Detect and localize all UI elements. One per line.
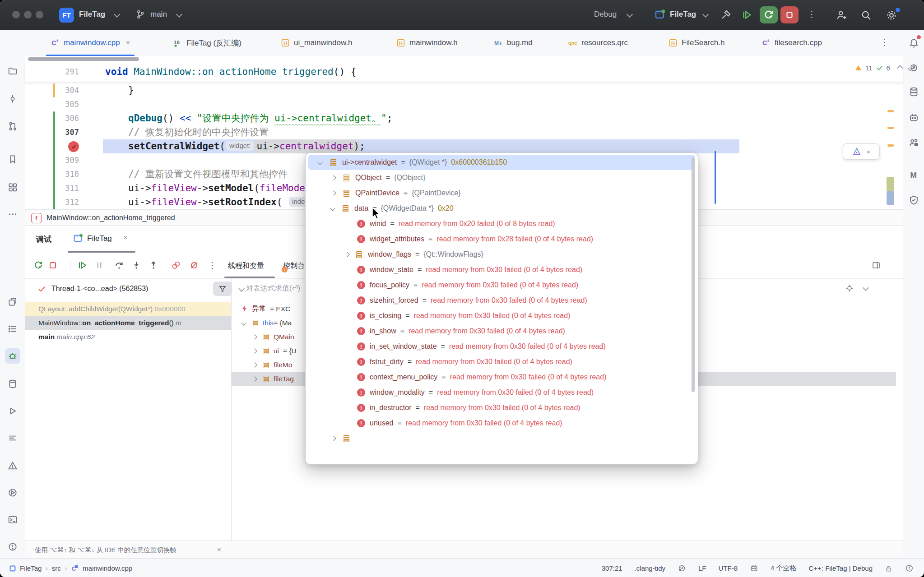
encoding[interactable]: UTF-8 [719, 564, 738, 572]
popup-row-winid[interactable]: !winid=read memory from 0x20 failed (0 o… [306, 216, 698, 231]
line-number[interactable]: 309 [52, 153, 79, 167]
sidebar-item-run[interactable] [5, 403, 20, 419]
sidebar-item-profiler[interactable] [5, 485, 20, 500]
popup-row-sizehint-forced[interactable]: !sizehint_forced=read memory from 0x30 f… [306, 293, 698, 308]
filter-funnel-button[interactable] [213, 282, 232, 296]
chevron-right-icon[interactable] [252, 376, 257, 381]
variable-row-filemodel[interactable]: fileMo [253, 358, 296, 372]
line-number[interactable]: 310 [52, 167, 79, 181]
sidebar-item-terminal[interactable] [5, 512, 20, 527]
mute-breakpoints-icon[interactable] [186, 257, 203, 274]
tab-bug-md[interactable]: M bug.md [494, 30, 533, 56]
tab-filetag-disassembly[interactable]: 10 FileTag (反汇编) [173, 30, 241, 56]
statusbar-project[interactable]: FileTag [20, 564, 42, 572]
sidebar-item-structure[interactable] [5, 180, 20, 195]
layout-settings-icon[interactable] [868, 257, 885, 274]
debugger-evaluate-popup[interactable]: ui->centralwidget={QWidget *}0x60000361b… [305, 152, 698, 465]
sidebar-item-event-log[interactable] [5, 539, 20, 554]
popup-row-qpaintdevice[interactable]: QPaintDevice={QPaintDevice} [306, 185, 698, 201]
close-icon[interactable]: × [867, 148, 871, 156]
breakpoint-icon[interactable] [68, 141, 79, 152]
window-minimize-button[interactable] [24, 11, 32, 18]
popup-row-focus-policy[interactable]: !focus_policy=read memory from 0x30 fail… [306, 277, 698, 293]
chevron-right-icon[interactable] [252, 362, 257, 367]
step-over-icon[interactable] [111, 257, 128, 274]
highlighting-level-icon[interactable] [678, 564, 686, 572]
step-into-icon[interactable] [128, 257, 145, 274]
popup-row-data[interactable]: data={QWidgetData *}0x20 [306, 201, 698, 216]
line-number[interactable]: 311 [52, 181, 79, 195]
markdown-tool-icon[interactable]: M [906, 167, 921, 183]
frames-variables-splitter[interactable] [231, 278, 232, 541]
sort-crosshair-icon[interactable] [845, 284, 854, 293]
popup-row-window-modality[interactable]: !window_modality=read memory from 0x30 f… [306, 385, 698, 400]
stop-icon[interactable] [44, 257, 61, 274]
resume-icon[interactable] [74, 257, 91, 274]
stripe-warning-mark[interactable] [887, 144, 894, 147]
popup-row-window-flags[interactable]: window_flags={Qt::WindowFlags} [306, 247, 698, 262]
sidebar-item-layers[interactable] [5, 294, 20, 309]
popup-row-partial[interactable] [306, 431, 698, 446]
line-number[interactable]: 306 [52, 111, 79, 125]
error-info-icon[interactable] [905, 564, 914, 572]
chevron-right-icon[interactable] [252, 334, 257, 339]
pause-icon[interactable] [91, 257, 108, 274]
sidebar-item-build[interactable] [5, 430, 20, 446]
resume-program-icon[interactable] [741, 9, 752, 20]
line-number[interactable]: 305 [52, 97, 79, 111]
chevron-right-icon[interactable] [331, 436, 336, 441]
lint-config[interactable]: .clang-tidy [635, 564, 665, 572]
stack-frame-selected[interactable]: MainWindow::on_actionHome_triggered() m [25, 316, 231, 330]
indent-setting[interactable]: 4 个空格 [771, 564, 797, 572]
popup-row-is-closing[interactable]: !is_closing=read memory from 0x30 failed… [306, 308, 698, 323]
branch-menu[interactable]: main [150, 10, 167, 19]
debug-session-tab[interactable]: FileTag [87, 234, 112, 243]
popup-row-qobject[interactable]: QObject={QObject} [306, 170, 698, 185]
caret-position[interactable]: 307:21 [602, 564, 622, 572]
chevron-down-icon[interactable] [330, 206, 335, 211]
variable-row-exception[interactable]: 异常 = EXC [241, 302, 290, 316]
tab-console[interactable]: ↓ 控制台 [283, 253, 305, 278]
editor-scroll-pill[interactable] [28, 57, 139, 61]
sidebar-item-bookmarks[interactable] [5, 152, 20, 167]
popup-row-fstrut-dirty[interactable]: !fstrut_dirty=read memory from 0x30 fail… [306, 354, 698, 369]
evaluate-expression-input[interactable]: 对表达式求值(⏎) [246, 284, 300, 293]
chevron-right-icon[interactable] [331, 190, 336, 195]
stack-frame-main[interactable]: main main.cpp:62 [25, 330, 231, 344]
thread-selector-row[interactable]: Thread-1-<co...ead> (562853) [25, 278, 231, 299]
popup-row-widget-attributes[interactable]: !widget_attributes=read memory from 0x28… [306, 231, 698, 247]
line-ending[interactable]: LF [698, 564, 706, 572]
chevron-down-icon[interactable] [863, 285, 869, 291]
chevron-down-icon[interactable] [317, 160, 322, 165]
run-config-selector[interactable]: FileTag [670, 10, 696, 19]
build-hammer-icon[interactable] [720, 9, 731, 20]
popup-row-centralwidget[interactable]: ui->centralwidget={QWidget *}0x60000361b… [308, 155, 695, 170]
variable-row-qmainwindow[interactable]: QMain [253, 330, 298, 344]
chevron-right-icon[interactable] [331, 175, 336, 180]
notifications-bell-icon[interactable] [906, 35, 921, 51]
tab-ui-mainwindow-h[interactable]: H ui_mainwindow.h [281, 30, 352, 56]
variable-row-this[interactable]: this = {Ma [242, 316, 292, 330]
sidebar-item-pull-requests[interactable] [5, 119, 20, 134]
tab-mainwindow-h[interactable]: H mainwindow.h [396, 30, 458, 56]
more-kebab-icon[interactable]: ⋮ [204, 257, 221, 274]
database-icon[interactable] [906, 84, 921, 99]
popup-row-in-show[interactable]: !in_show=read memory from 0x30 failed (0… [306, 323, 698, 339]
chevron-right-icon[interactable] [252, 348, 257, 353]
tab-threads-variables[interactable]: 线程和变量 [228, 253, 264, 278]
tab-mainwindow-cpp[interactable]: C+ mainwindow.cpp × [51, 30, 130, 56]
project-menu[interactable]: FileTag [79, 10, 105, 19]
sidebar-item-problems[interactable] [5, 458, 20, 473]
ai-inline-toolbar[interactable]: × [843, 143, 880, 160]
chevron-right-icon[interactable] [344, 252, 349, 257]
tab-resources-qrc[interactable]: QRC resources.qrc [568, 30, 628, 56]
rerun-debug-button[interactable] [760, 6, 778, 23]
sidebar-item-commit[interactable] [5, 91, 20, 106]
ai-robot-icon[interactable] [750, 564, 758, 572]
popup-row-window-state[interactable]: !window_state=read memory from 0x30 fail… [306, 262, 698, 277]
tab-filesearch-cpp[interactable]: C+ filesearch.cpp [761, 30, 822, 56]
more-actions-kebab-icon[interactable]: ⋮ [808, 9, 816, 19]
sidebar-item-more[interactable] [5, 207, 20, 222]
sidebar-item-todo-list[interactable] [5, 321, 20, 337]
stack-frame-library[interactable]: QLayout::addChildWidget(QWidget*) 0x0000… [25, 302, 231, 316]
